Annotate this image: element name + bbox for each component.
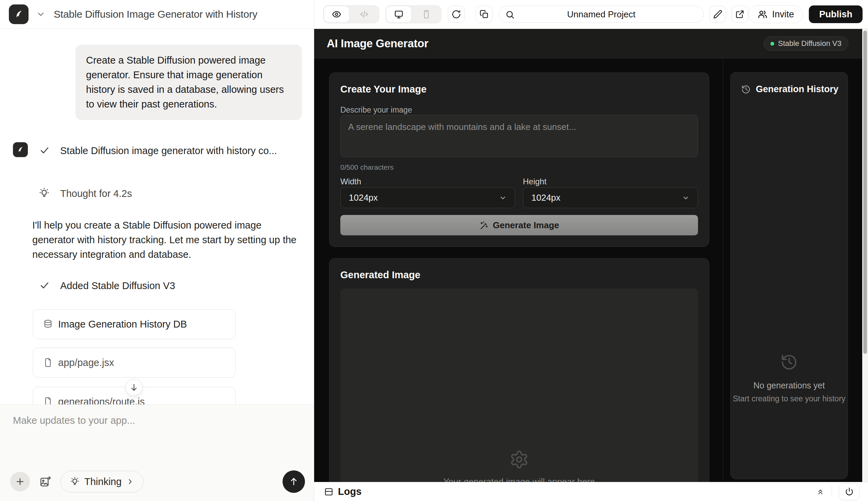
app-window: Stable Diffusion Image Generator with Hi…: [0, 0, 868, 501]
preview-panel: Invite Publish AI Image Generator Stable…: [314, 0, 868, 501]
refresh-preview-button[interactable]: [448, 6, 465, 23]
chat-header: Stable Diffusion Image Generator with Hi…: [0, 0, 314, 29]
prompt-label: Describe your image: [340, 105, 412, 115]
invite-label: Invite: [772, 9, 794, 20]
code-mode-button[interactable]: [349, 6, 379, 23]
arrow-down-icon: [130, 383, 138, 392]
height-select[interactable]: 1024px: [523, 188, 698, 208]
history-header: Generation History: [741, 84, 838, 95]
create-image-card: Create Your Image Describe your image 0/…: [329, 73, 709, 247]
mobile-view-button[interactable]: [412, 6, 441, 23]
chevron-down-icon: [682, 194, 690, 202]
generated-card-title: Generated Image: [340, 269, 420, 280]
chevron-right-icon: [126, 478, 134, 486]
check-icon: [40, 145, 50, 156]
expand-logs-button[interactable]: [816, 487, 825, 496]
desktop-view-button[interactable]: [386, 6, 412, 23]
copy-icon: [479, 10, 489, 19]
power-icon: [845, 487, 854, 497]
invite-button[interactable]: Invite: [748, 6, 803, 23]
monitor-icon: [394, 10, 404, 19]
artifact-label: app/page.jsx: [58, 357, 114, 369]
generated-image-card: Generated Image Your generated image wil…: [329, 258, 709, 482]
width-select[interactable]: 1024px: [340, 188, 515, 208]
logs-panel-icon: [324, 487, 334, 497]
database-icon: [43, 319, 53, 329]
generated-image-placeholder: Your generated image will appear here: [340, 288, 698, 482]
divider: [832, 486, 832, 498]
phone-icon: [422, 10, 431, 19]
copy-button[interactable]: [476, 6, 493, 23]
arrow-up-icon: [289, 477, 299, 486]
generated-app-title: AI Image Generator: [327, 37, 428, 50]
check-icon: [40, 280, 50, 290]
history-icon: [780, 353, 798, 371]
integration-added-label: Added Stable Diffusion V3: [60, 278, 175, 293]
eye-icon: [332, 10, 341, 19]
edit-button[interactable]: [709, 6, 726, 23]
scrollbar-thumb[interactable]: [863, 31, 867, 354]
user-message: Create a Stable Diffusion powered image …: [75, 44, 302, 120]
history-empty-title: No generations yet: [731, 381, 848, 391]
view-mode-switcher: [323, 5, 379, 23]
generate-label: Generate Image: [493, 220, 559, 231]
device-switcher: [385, 5, 442, 23]
gear-icon: [509, 450, 529, 469]
artifact-card-database[interactable]: Image Generation History DB: [33, 309, 236, 339]
open-external-button[interactable]: [731, 6, 748, 23]
prompt-textarea[interactable]: [340, 115, 698, 157]
preview-toolbar: Invite Publish: [314, 0, 868, 29]
page-title: Stable Diffusion Image Generator with Hi…: [54, 9, 257, 20]
publish-button[interactable]: Publish: [809, 6, 862, 23]
thinking-mode-button[interactable]: Thinking: [61, 471, 143, 492]
artifact-card-file[interactable]: app/page.jsx: [33, 348, 236, 377]
assistant-message: I'll help you create a Stable Diffusion …: [32, 218, 297, 262]
thought-duration[interactable]: Thought for 4.2s: [60, 186, 132, 201]
generate-image-button[interactable]: Generate Image: [340, 215, 698, 235]
scroll-to-bottom-button[interactable]: [126, 379, 142, 396]
lightbulb-icon: [39, 188, 50, 199]
project-name-input[interactable]: [499, 6, 704, 22]
users-icon: [758, 9, 768, 19]
composer-toolbar: Thinking: [10, 470, 305, 493]
history-icon: [741, 85, 751, 94]
status-dot-icon: [770, 42, 774, 45]
file-icon: [43, 397, 53, 404]
height-value: 1024px: [531, 192, 560, 203]
refresh-icon: [452, 10, 461, 19]
add-image-button[interactable]: [40, 476, 51, 487]
preview-scrollbar[interactable]: [862, 29, 868, 482]
logs-label: Logs: [338, 486, 361, 497]
thinking-label: Thinking: [84, 476, 122, 487]
wand-sparkles-icon: [479, 221, 488, 230]
pencil-icon: [713, 10, 723, 19]
chevron-down-icon: [36, 10, 45, 19]
image-add-icon: [40, 476, 51, 487]
send-message-button[interactable]: [283, 470, 305, 493]
add-attachment-button[interactable]: [10, 472, 30, 491]
project-menu-button[interactable]: [36, 10, 45, 19]
height-label: Height: [523, 177, 546, 186]
search-icon: [505, 10, 515, 19]
app-logo[interactable]: [9, 4, 29, 24]
project-name-field[interactable]: [499, 6, 704, 23]
generated-empty-text: Your generated image will appear here: [340, 477, 698, 482]
power-button[interactable]: [839, 483, 860, 500]
publish-label: Publish: [819, 9, 853, 20]
chevron-down-icon: [499, 194, 507, 202]
preview-mode-button[interactable]: [324, 6, 349, 23]
history-empty-subtitle: Start creating to see your history: [731, 394, 848, 403]
plus-icon: [15, 477, 25, 487]
swoosh-logo-icon: [13, 9, 24, 20]
chat-input[interactable]: [13, 415, 299, 462]
chat-composer: Thinking: [0, 404, 314, 501]
assistant-avatar: [13, 142, 28, 157]
generation-history-card: Generation History No generations yet St…: [730, 72, 848, 479]
code-icon: [359, 10, 369, 19]
history-title: Generation History: [756, 84, 838, 95]
chat-conversation[interactable]: Create a Stable Diffusion powered image …: [0, 29, 314, 404]
task-title[interactable]: Stable Diffusion image generator with hi…: [60, 143, 277, 158]
chat-panel: Stable Diffusion Image Generator with Hi…: [0, 0, 314, 501]
generated-app-header: AI Image Generator Stable Diffusion V3: [314, 29, 868, 58]
width-value: 1024px: [349, 192, 378, 203]
